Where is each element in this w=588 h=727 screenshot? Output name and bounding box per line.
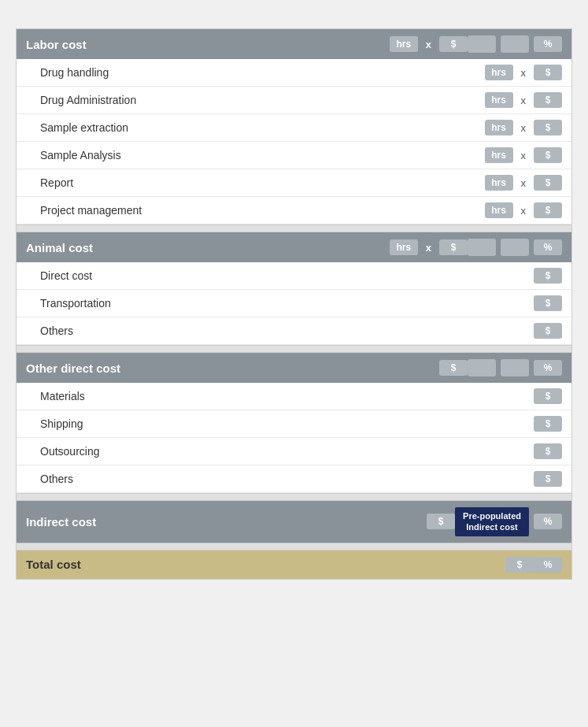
header-right-labor: %: [468, 35, 562, 53]
item-label: Sample Analysis: [40, 149, 485, 161]
x-separator: x: [521, 150, 527, 161]
table-row: Sample Analysishrsx$: [17, 142, 571, 169]
item-controls: $: [534, 388, 562, 404]
prepopulated-badge: Pre-populatedIndirect cost: [455, 507, 529, 536]
dollar-badge[interactable]: $: [534, 471, 562, 487]
table-row: Others$: [17, 317, 571, 345]
dollar-badge[interactable]: $: [439, 36, 468, 52]
section-header-indirect: Indirect cost$Pre-populatedIndirect cost…: [17, 501, 571, 543]
percent-badge[interactable]: %: [534, 239, 562, 255]
x-separator: x: [521, 67, 527, 79]
item-label: Drug Administration: [40, 94, 485, 106]
section-separator: [17, 224, 571, 232]
header-controls-animal: hrsx$: [390, 239, 468, 255]
hrs-badge[interactable]: hrs: [485, 120, 513, 135]
item-label: Others: [40, 473, 534, 485]
dollar-badge[interactable]: $: [427, 514, 455, 529]
section-label-other-direct: Other direct cost: [26, 362, 439, 375]
dollar-badge[interactable]: $: [534, 175, 562, 191]
section-header-animal: Animal costhrsx$%: [17, 232, 571, 262]
item-label: Others: [40, 325, 534, 337]
section-header-total: Total cost$%: [17, 551, 571, 579]
item-label: Sample extraction: [40, 121, 485, 134]
percent-badge[interactable]: %: [534, 360, 562, 376]
dollar-badge[interactable]: $: [534, 323, 562, 339]
item-controls: hrsx$: [485, 202, 563, 218]
dollar-badge[interactable]: $: [534, 202, 562, 218]
item-controls: hrsx$: [485, 175, 563, 191]
dollar-badge[interactable]: $: [505, 557, 534, 573]
section-label-labor: Labor cost: [26, 38, 390, 51]
hrs-badge[interactable]: hrs: [485, 65, 513, 80]
table-row: Transportation$: [17, 290, 571, 317]
x-separator: x: [426, 39, 431, 50]
header-right-other-direct: %: [468, 359, 562, 376]
section-label-total: Total cost: [26, 558, 505, 571]
table-row: Drug handlinghrsx$: [17, 59, 571, 87]
x-separator: x: [521, 95, 527, 106]
item-label: Report: [40, 176, 485, 189]
section-label-indirect: Indirect cost: [26, 515, 427, 529]
percent-badge[interactable]: %: [534, 557, 562, 573]
hrs-badge[interactable]: hrs: [485, 92, 513, 108]
item-controls: $: [534, 471, 562, 487]
percent-badge[interactable]: %: [534, 36, 562, 52]
section-header-labor: Labor costhrsx$%: [17, 29, 571, 59]
header-right-indirect: Pre-populatedIndirect cost%: [455, 507, 562, 536]
item-controls: hrsx$: [485, 120, 563, 135]
dollar-badge[interactable]: $: [534, 268, 562, 284]
header-controls-labor: hrsx$: [390, 36, 468, 52]
x-separator: x: [426, 242, 431, 254]
dollar-badge[interactable]: $: [534, 65, 562, 80]
hrs-badge[interactable]: hrs: [485, 175, 513, 191]
dollar-badge[interactable]: $: [534, 147, 562, 163]
item-label: Drug handling: [40, 66, 485, 79]
dollar-badge[interactable]: $: [439, 360, 468, 376]
hrs-badge[interactable]: hrs: [390, 36, 418, 52]
percent-badge[interactable]: %: [534, 514, 562, 529]
section-separator: [17, 543, 571, 551]
item-controls: $: [534, 443, 562, 459]
item-label: Project management: [40, 204, 485, 217]
dollar-badge[interactable]: $: [534, 443, 562, 459]
dollar-badge[interactable]: $: [534, 120, 562, 135]
header-controls-total: $: [505, 557, 534, 573]
hrs-badge[interactable]: hrs: [485, 202, 513, 218]
empty-col-1: [468, 359, 496, 376]
hrs-badge[interactable]: hrs: [485, 147, 513, 163]
table-row: Materials$: [17, 383, 571, 410]
item-controls: $: [534, 416, 562, 432]
header-right-total: %: [534, 557, 562, 573]
table-row: Drug Administrationhrsx$: [17, 87, 571, 114]
dollar-badge[interactable]: $: [534, 416, 562, 432]
empty-col-1: [468, 239, 496, 256]
item-controls: $: [534, 268, 562, 284]
dollar-badge[interactable]: $: [439, 239, 468, 255]
empty-col-1: [468, 35, 496, 53]
item-controls: hrsx$: [485, 147, 563, 163]
header-right-animal: %: [468, 239, 562, 256]
table-row: Sample extractionhrsx$: [17, 114, 571, 142]
item-controls: $: [534, 295, 562, 311]
costing-table: Labor costhrsx$%Drug handlinghrsx$Drug A…: [16, 28, 572, 580]
dollar-badge[interactable]: $: [534, 92, 562, 108]
item-controls: hrsx$: [485, 65, 563, 80]
table-row: Project managementhrsx$: [17, 197, 571, 224]
dollar-badge[interactable]: $: [534, 388, 562, 404]
item-controls: hrsx$: [485, 92, 563, 108]
dollar-badge[interactable]: $: [534, 295, 562, 311]
item-label: Materials: [40, 390, 534, 402]
empty-col-2: [501, 359, 529, 376]
section-header-other-direct: Other direct cost$%: [17, 353, 571, 383]
section-label-animal: Animal cost: [26, 241, 390, 254]
item-label: Transportation: [40, 297, 534, 310]
table-row: Shipping$: [17, 410, 571, 438]
item-label: Shipping: [40, 417, 534, 430]
table-row: Direct cost$: [17, 262, 571, 290]
header-controls-other-direct: $: [439, 360, 468, 376]
section-separator: [17, 345, 571, 353]
hrs-badge[interactable]: hrs: [390, 239, 418, 255]
x-separator: x: [521, 205, 527, 217]
empty-col-2: [501, 35, 529, 53]
x-separator: x: [521, 122, 527, 134]
